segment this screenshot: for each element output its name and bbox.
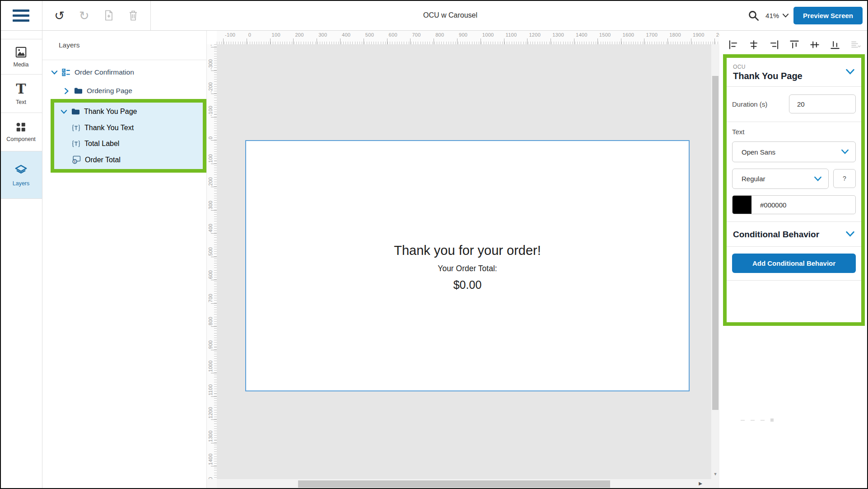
app-window: ↺ ↻ OCU w Carousel 41% (0, 0, 868, 489)
duration-label: Duration (s) (732, 100, 767, 108)
top-toolbar: ↺ ↻ OCU w Carousel 41% (0, 0, 868, 31)
zoom-level-dropdown[interactable]: 41% (765, 12, 789, 19)
page-title: Thank You Page (733, 71, 855, 81)
layers-icon (14, 163, 28, 177)
trash-icon (128, 9, 139, 21)
align-left-button[interactable] (727, 38, 739, 51)
hamburger-icon (13, 9, 29, 22)
layer-label: Order Total (85, 156, 121, 164)
ruler-corner (207, 31, 217, 44)
chevron-down-icon[interactable] (51, 70, 58, 75)
distribute-icon (849, 39, 861, 51)
media-icon (15, 46, 27, 58)
preview-screen-button[interactable]: Preview Screen (793, 7, 863, 24)
alignment-toolbar (727, 38, 861, 51)
divider (42, 60, 206, 60)
conditional-behavior-header: Conditional Behavior (727, 222, 861, 246)
font-size-field[interactable]: ? (833, 169, 856, 188)
layer-row-thank-you-text[interactable]: Thank You Text (54, 120, 203, 136)
layer-row-thank-you-page[interactable]: Thank You Page (54, 104, 203, 120)
align-bottom-icon (829, 39, 841, 51)
layer-label: Ordering Page (87, 87, 132, 95)
order-total-layer[interactable]: $0.00 (246, 278, 689, 292)
zoom-level-value: 41% (765, 12, 779, 19)
chevron-right-icon[interactable] (63, 88, 70, 94)
document-title: OCU w Carousel (151, 0, 750, 31)
annotation-highlight-layers: Thank You Page Thank You Text (51, 99, 206, 173)
rail-item-media[interactable]: Media (0, 39, 42, 74)
component-icon (15, 122, 27, 133)
zoom-search-button[interactable] (746, 8, 761, 23)
breadcrumb: OCU (733, 64, 855, 70)
collapse-section-button[interactable] (845, 231, 855, 237)
rail-item-label: Media (13, 61, 28, 68)
font-weight-select[interactable]: Regular (732, 169, 829, 189)
layer-row-order-total[interactable]: $ Order Total (54, 152, 203, 168)
align-center-vertical-button[interactable] (808, 38, 821, 51)
vertical-scrollbar[interactable]: ▼ (711, 44, 719, 479)
new-page-icon (103, 9, 114, 21)
redo-button[interactable]: ↻ (76, 8, 92, 23)
faint-artifact (741, 418, 774, 422)
ruler-left: -400-300-200-100010020030040050060070080… (207, 44, 217, 479)
align-bottom-button[interactable] (829, 38, 841, 51)
ruler-top: -100010020030040050060070080090010001100… (217, 31, 719, 44)
scroll-right-arrow[interactable]: ▶ (699, 481, 702, 486)
inspector-panel: OCU Thank You Page Duration (s) Text Ope… (719, 31, 868, 489)
canvas-stage[interactable]: Thank you for your order! Your Order Tot… (217, 44, 711, 479)
rail-item-text[interactable]: T Text (0, 74, 42, 113)
layer-row-ordering-page[interactable]: Ordering Page (63, 84, 132, 98)
tool-rail: Media T Text Component Layers (0, 31, 42, 489)
scrollbar-corner (207, 479, 217, 489)
chevron-down-icon (845, 231, 855, 237)
font-family-select[interactable]: Open Sans (732, 141, 856, 162)
text-layer-icon (72, 124, 80, 132)
layer-row-total-label[interactable]: Total Label (54, 136, 203, 152)
layer-row-order-confirmation[interactable]: Order Confirmation (51, 66, 134, 79)
align-center-horizontal-button[interactable] (747, 38, 760, 51)
vertical-scrollbar-thumb[interactable] (712, 76, 719, 410)
rail-item-layers[interactable]: Layers (0, 151, 42, 199)
align-top-icon (789, 39, 800, 51)
chevron-down-icon (814, 176, 822, 182)
folder-icon (71, 108, 80, 115)
chevron-down-icon[interactable] (60, 109, 67, 114)
layer-label: Order Confirmation (75, 68, 134, 76)
scroll-down-arrow[interactable]: ▼ (711, 472, 719, 476)
align-center-vertical-icon (809, 39, 821, 51)
duration-input[interactable] (789, 94, 856, 113)
main-menu-button[interactable] (0, 0, 42, 31)
horizontal-scrollbar-thumb[interactable] (298, 480, 610, 488)
delete-button[interactable] (126, 8, 141, 23)
add-conditional-behavior-button[interactable]: Add Conditional Behavior (732, 254, 856, 273)
divider (727, 246, 861, 247)
align-left-icon (728, 39, 739, 51)
history-toolbar: ↺ ↻ (42, 0, 151, 31)
layer-label: Thank You Text (84, 124, 134, 132)
thank-you-text-layer[interactable]: Thank you for your order! (246, 243, 689, 258)
inspector-header: OCU Thank You Page (727, 58, 861, 86)
font-style-row: Regular ? (732, 169, 856, 189)
rail-item-label: Text (16, 99, 26, 105)
layers-panel-title: Layers (59, 41, 80, 49)
rail-item-component[interactable]: Component (0, 113, 42, 151)
distribute-button-disabled[interactable] (849, 38, 861, 51)
color-swatch-black[interactable] (733, 196, 751, 214)
layer-label: Total Label (84, 140, 119, 148)
font-weight-value: Regular (742, 175, 765, 183)
checklist-icon (62, 68, 70, 77)
text-tool-icon: T (16, 82, 26, 96)
align-top-button[interactable] (788, 38, 800, 51)
chevron-down-icon (782, 13, 789, 18)
folder-icon (74, 87, 83, 94)
collapse-section-button[interactable] (845, 69, 855, 75)
horizontal-scrollbar[interactable]: ▶ (217, 479, 719, 489)
new-page-button[interactable] (101, 8, 117, 23)
layers-panel: Layers Order Confirmation Ordering Page (42, 31, 207, 489)
text-color-field[interactable]: #000000 (732, 195, 856, 214)
align-right-button[interactable] (768, 38, 780, 51)
total-label-layer[interactable]: Your Order Total: (246, 264, 689, 273)
canvas-zone: -100010020030040050060070080090010001100… (207, 31, 719, 489)
artboard-thank-you-page[interactable]: Thank you for your order! Your Order Tot… (245, 140, 690, 391)
undo-button[interactable]: ↺ (52, 8, 67, 23)
